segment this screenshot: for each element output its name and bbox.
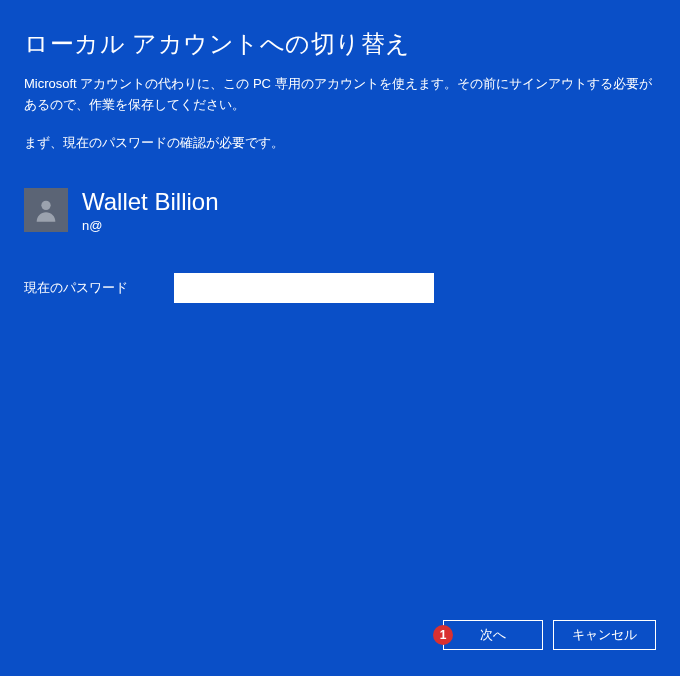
user-name: Wallet Billion [82, 188, 219, 217]
password-row: 現在のパスワード [24, 273, 656, 303]
button-bar: 1 次へ キャンセル [443, 620, 656, 650]
step-badge: 1 [433, 625, 453, 645]
user-info: Wallet Billion n@ [24, 188, 656, 234]
description-text: Microsoft アカウントの代わりに、この PC 専用のアカウントを使えます… [24, 74, 656, 116]
password-input[interactable] [174, 273, 434, 303]
person-icon [32, 196, 60, 224]
svg-point-0 [41, 200, 50, 209]
next-button[interactable]: 次へ [443, 620, 543, 650]
cancel-button[interactable]: キャンセル [553, 620, 656, 650]
avatar [24, 188, 68, 232]
user-email: n@ [82, 218, 219, 233]
instruction-text: まず、現在のパスワードの確認が必要です。 [24, 134, 656, 152]
page-title: ローカル アカウントへの切り替え [24, 28, 656, 60]
password-label: 現在のパスワード [24, 279, 154, 297]
